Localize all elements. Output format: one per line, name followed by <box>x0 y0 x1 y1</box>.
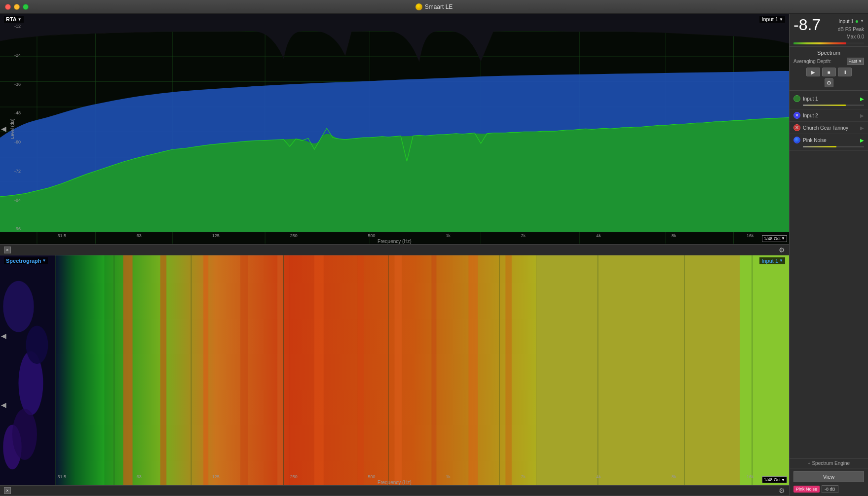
input-entry-3[interactable]: ✕ Church Gear Tannoy ▶ <box>790 122 868 134</box>
input-4-icon <box>793 137 800 143</box>
avg-dropdown-icon[interactable]: ▼ <box>858 59 862 64</box>
window-title: Smaart LE <box>415 3 453 10</box>
svg-rect-36 <box>740 255 789 486</box>
spectrograph-chart <box>0 255 789 486</box>
input-1-slider-fill <box>803 105 846 106</box>
svg-rect-21 <box>55 255 105 486</box>
spectro-divider: × ⚙ <box>0 485 789 496</box>
rta-oct-badge[interactable]: 1/48 Oct ▼ <box>762 235 787 242</box>
input-2-name: Input 2 <box>803 113 860 118</box>
titlebar: Smaart LE <box>0 0 868 14</box>
spectro-freq-axis-title: Frequency (Hz) <box>377 480 412 485</box>
level-value: -8.7 <box>793 17 821 33</box>
spectro-oct-badge[interactable]: 1/48 Oct ▼ <box>762 476 787 483</box>
rta-divider: × ⚙ <box>0 245 789 255</box>
spectro-side-arrow-1[interactable]: ◀ <box>1 332 6 340</box>
input-2-play[interactable]: ▶ <box>860 113 864 118</box>
main-layout: RTA ▼ Input 1 ▼ ◀ -12 -24 -36 -48 - <box>0 14 868 496</box>
svg-rect-33 <box>431 255 436 486</box>
level-bar-fill <box>793 42 846 44</box>
input-entry-1[interactable]: Input 1 ▶ <box>790 93 868 109</box>
input-3-icon: ✕ <box>793 124 800 131</box>
input-entries: Input 1 ▶ ✕ Input 2 ▶ ✕ Church <box>790 91 868 458</box>
spectrum-title: Spectrum <box>793 50 864 56</box>
avg-select[interactable]: Fast ▼ <box>847 58 864 65</box>
app-icon <box>415 3 422 10</box>
stop-button[interactable]: ■ <box>822 68 836 76</box>
input-1-name: Input 1 <box>803 96 860 102</box>
level-info: Input 1 ● ▼ dB FS Peak Max 0.0 <box>838 17 864 40</box>
input-entry-2[interactable]: ✕ Input 2 ▶ <box>790 109 868 122</box>
svg-rect-32 <box>395 255 402 486</box>
pause-button[interactable]: ⏸ <box>838 68 852 76</box>
input-row-3[interactable]: ✕ Church Gear Tannoy ▶ <box>790 123 868 133</box>
db-badge[interactable]: -8 dB <box>822 485 838 493</box>
spectro-oct-text: 1/48 Oct <box>764 477 781 482</box>
svg-rect-28 <box>240 255 248 486</box>
input-4-play[interactable]: ▶ <box>860 138 864 143</box>
close-button[interactable] <box>5 4 11 10</box>
minimize-button[interactable] <box>14 4 20 10</box>
input-4-slider-fill <box>803 146 836 147</box>
spectro-oct-dropdown-icon[interactable]: ▼ <box>781 478 785 482</box>
maximize-button[interactable] <box>23 4 29 10</box>
svg-rect-31 <box>358 255 364 486</box>
level-unit: dB FS Peak <box>838 26 864 33</box>
spectrograph-graph: Spectrograph ▼ Input 1 ▼ ◀ ◀ 1/48 Oct ▼ <box>0 255 789 486</box>
spectro-close-button[interactable]: × <box>4 487 11 494</box>
view-button[interactable]: View <box>793 471 864 482</box>
svg-point-40 <box>26 325 48 364</box>
window-controls <box>5 4 29 10</box>
spectrograph-section: Spectrograph ▼ Input 1 ▼ ◀ ◀ 1/48 Oct ▼ <box>0 255 789 486</box>
input-4-slider-track[interactable] <box>803 146 864 147</box>
rta-graph: RTA ▼ Input 1 ▼ ◀ -12 -24 -36 -48 - <box>0 14 789 244</box>
input-1-play[interactable]: ▶ <box>860 96 864 102</box>
spectro-side-arrow-2[interactable]: ◀ <box>1 401 6 409</box>
right-panel: -8.7 Input 1 ● ▼ dB FS Peak Max 0.0 Spec… <box>789 14 868 496</box>
level-dot: ● <box>855 17 859 26</box>
svg-rect-34 <box>468 255 478 486</box>
input-1-icon <box>793 95 800 102</box>
input-4-name: Pink Noise <box>803 138 860 143</box>
spectro-settings-button[interactable]: ⚙ <box>779 487 785 495</box>
level-max: Max 0.0 <box>838 33 864 40</box>
svg-point-37 <box>3 281 34 332</box>
input-entry-4[interactable]: Pink Noise ▶ <box>790 134 868 151</box>
input-row-1[interactable]: Input 1 ▶ <box>790 94 868 104</box>
level-dropdown-icon[interactable]: ▼ <box>860 18 864 24</box>
spectrum-gear-button[interactable]: ⚙ <box>825 78 833 87</box>
transport-controls: ▶ ■ ⏸ <box>793 68 864 76</box>
rta-freq-axis-title: Frequency (Hz) <box>377 239 412 244</box>
oct-label-text: 1/48 Oct <box>764 236 781 241</box>
title-text: Smaart LE <box>425 3 453 10</box>
level-input-name: Input 1 <box>838 18 854 25</box>
avg-value: Fast <box>849 59 858 64</box>
bottom-right-panel: View Pink Noise -8 dB <box>790 468 868 496</box>
add-spectrum-engine-button[interactable]: + Spectrum Engine <box>790 458 868 468</box>
avg-row: Averaging Depth: Fast ▼ <box>793 58 864 65</box>
pink-noise-row: Pink Noise -8 dB <box>793 485 864 493</box>
rta-section: RTA ▼ Input 1 ▼ ◀ -12 -24 -36 -48 - <box>0 14 789 245</box>
svg-rect-27 <box>203 255 208 486</box>
level-bar <box>793 42 864 44</box>
rta-chart <box>0 14 789 244</box>
svg-rect-26 <box>160 255 166 486</box>
input-1-slider-track[interactable] <box>803 105 864 106</box>
avg-label: Averaging Depth: <box>793 59 831 64</box>
input-row-2[interactable]: ✕ Input 2 ▶ <box>790 110 868 120</box>
oct-dropdown-icon[interactable]: ▼ <box>781 236 785 241</box>
rta-settings-button[interactable]: ⚙ <box>779 246 785 254</box>
input-row-4[interactable]: Pink Noise ▶ <box>790 135 868 145</box>
svg-rect-29 <box>277 255 283 486</box>
svg-point-41 <box>12 409 37 460</box>
svg-rect-30 <box>314 255 324 486</box>
spectrum-panel: Spectrum Averaging Depth: Fast ▼ ▶ ■ ⏸ <box>790 47 868 91</box>
rta-side-arrow[interactable]: ◀ <box>1 125 6 133</box>
left-panel: RTA ▼ Input 1 ▼ ◀ -12 -24 -36 -48 - <box>0 14 789 496</box>
input-3-play[interactable]: ▶ <box>860 125 864 131</box>
input-2-icon: ✕ <box>793 112 800 119</box>
pink-noise-badge[interactable]: Pink Noise <box>793 486 820 493</box>
rta-close-button[interactable]: × <box>4 247 11 253</box>
input-3-name: Church Gear Tannoy <box>803 125 860 131</box>
play-button[interactable]: ▶ <box>806 68 820 76</box>
